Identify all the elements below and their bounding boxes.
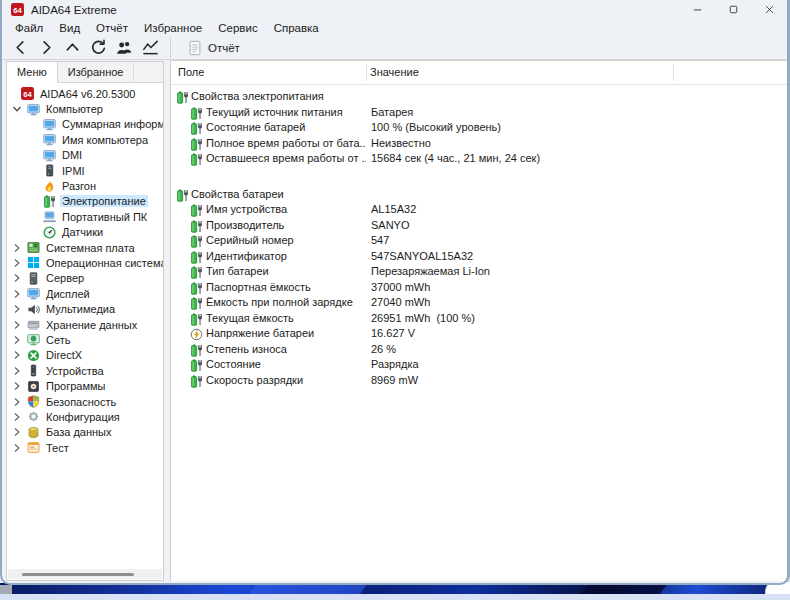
back-button[interactable] [7,37,33,59]
report-row[interactable]: Тип батареиПерезаряжаемая Li-Ion [171,265,787,281]
field-label: Напряжение батареи [206,327,366,339]
menu-bar: ФайлВидОтчётИзбранноеСервисСправка [2,19,787,36]
users-button[interactable] [111,37,137,59]
sidebar-tree: 64AIDA64 v6.20.5300КомпьютерСуммарная ин… [7,84,163,568]
chevron-down-icon[interactable] [10,102,24,116]
refresh-button[interactable] [85,37,111,59]
sidebar-item-computer[interactable]: Компьютер [7,101,163,116]
close-button[interactable] [751,0,787,19]
report-row[interactable]: Оставшееся время работы от ...15684 сек … [171,152,787,168]
sidebar-item-devices[interactable]: Устройства [7,363,163,378]
menu-item-view[interactable]: Вид [51,22,88,34]
menu-item-file[interactable]: Файл [7,22,51,34]
report-row[interactable]: Текущий источник питанияБатарея [171,106,787,122]
field-label: Тип батареи [206,265,366,277]
field-value: Батарея [371,106,413,118]
chevron-right-icon[interactable] [10,256,24,270]
menu-item-report[interactable]: Отчёт [88,22,136,34]
forward-button[interactable] [33,37,59,59]
sidebar-item-test[interactable]: Тест [7,440,163,455]
report-row[interactable]: ПроизводительSANYO [171,219,787,235]
sidebar-hscrollbar[interactable] [8,569,162,579]
sidebar-hscrollbar-thumb[interactable] [22,573,134,576]
laptop-icon [43,210,56,223]
sidebar-item-operating-system[interactable]: Операционная система [7,255,163,270]
sidebar-item-multimedia[interactable]: Мультимедиа [7,301,163,316]
sidebar-item-motherboard[interactable]: Системная плата [7,240,163,255]
chevron-right-icon[interactable] [10,333,24,347]
report-row[interactable]: Состояние батарей100 % (Высокий уровень) [171,121,787,137]
report-row[interactable]: Скорость разрядки8969 mW [171,374,787,390]
menu-item-favorites[interactable]: Избранное [136,22,210,34]
column-separator[interactable] [366,64,367,81]
sidebar-item-server[interactable]: Сервер [7,271,163,286]
column-header-field[interactable]: Поле [178,61,204,84]
tree-item-label: Конфигурация [44,411,122,423]
column-header-value[interactable]: Значение [370,61,419,84]
computer-icon [27,103,40,116]
report-button[interactable]: Отчёт [178,37,249,59]
chevron-right-icon[interactable] [10,395,24,409]
menu-item-tools[interactable]: Сервис [210,22,265,34]
sidebar-item-database[interactable]: База данных [7,425,163,440]
sidebar-item-configuration[interactable]: Конфигурация [7,409,163,424]
sidebar-item-directx[interactable]: DirectX [7,348,163,363]
sidebar-item-security[interactable]: Безопасность [7,394,163,409]
chevron-right-icon[interactable] [10,410,24,424]
users-icon [116,39,133,56]
report-row[interactable]: Идентификатор547SANYOAL15A32 [171,250,787,266]
report-row[interactable]: Серийный номер547 [171,234,787,250]
chevron-right-icon[interactable] [10,271,24,285]
sidebar-item-programs[interactable]: Программы [7,378,163,393]
report-row[interactable]: Степень износа26 % [171,343,787,359]
sidebar-item-power[interactable]: Электропитание [7,194,163,209]
sidebar-item-computer-name[interactable]: Имя компьютера [7,132,163,147]
minimize-button[interactable] [679,0,715,19]
sidebar-item-sensors[interactable]: Датчики [7,225,163,240]
aida64-logo-icon: 64 [11,3,24,16]
chevron-right-icon[interactable] [10,302,24,316]
sidebar-tab-favorites[interactable]: Избранное [58,62,135,82]
maximize-button[interactable] [715,0,751,19]
sidebar-tab-menu[interactable]: Меню [7,62,58,83]
report-row[interactable]: Паспортная ёмкость37000 mWh [171,281,787,297]
sidebar-item-network[interactable]: Сеть [7,332,163,347]
report-row[interactable]: Текущая ёмкость26951 mWh (100 %) [171,312,787,328]
up-button[interactable] [59,37,85,59]
graph-button[interactable] [137,37,163,59]
report-row[interactable]: СостояниеРазрядка [171,358,787,374]
sidebar-item-display[interactable]: Дисплей [7,286,163,301]
report-row[interactable]: Ёмкость при полной зарядке27040 mWh [171,296,787,312]
sidebar-tabs: МенюИзбранное [7,62,163,83]
menu-item-help[interactable]: Справка [266,22,327,34]
chevron-right-icon[interactable] [10,379,24,393]
sidebar-item-aida64-root[interactable]: 64AIDA64 v6.20.5300 [7,86,163,101]
report-row[interactable]: Имя устройстваAL15A32 [171,203,787,219]
title-bar[interactable]: 64 AIDA64 Extreme [2,0,787,19]
monitor-icon [27,287,40,300]
chevron-right-icon[interactable] [10,318,24,332]
tree-item-label: DirectX [44,349,84,361]
chevron-right-icon[interactable] [10,364,24,378]
sidebar-item-summary[interactable]: Суммарная информация [7,117,163,132]
sidebar-item-dmi[interactable]: DMI [7,148,163,163]
group-header-row[interactable]: Свойства электропитания [171,90,787,106]
group-header-row[interactable]: Свойства батареи [171,188,787,204]
sidebar-item-overclock[interactable]: Разгон [7,178,163,193]
report-row[interactable]: Полное время работы от бата...Неизвестно [171,137,787,153]
sidebar-item-storage[interactable]: Хранение данных [7,317,163,332]
chevron-right-icon[interactable] [10,287,24,301]
sidebar-item-portable-pc[interactable]: Портативный ПК [7,209,163,224]
sidebar-item-ipmi[interactable]: IPMI [7,163,163,178]
chevron-right-icon[interactable] [10,348,24,362]
field-label: Производитель [206,219,366,231]
chevron-right-icon[interactable] [10,441,24,455]
chevron-right-icon[interactable] [10,241,24,255]
tree-item-label: DMI [60,149,84,161]
battery-plug-icon [190,313,203,326]
report-row[interactable]: Напряжение батареи16.627 V [171,327,787,343]
column-separator-2[interactable] [673,64,674,81]
field-value: 100 % (Высокий уровень) [371,121,501,133]
chevron-right-icon[interactable] [10,425,24,439]
toolbar-separator [170,38,171,57]
